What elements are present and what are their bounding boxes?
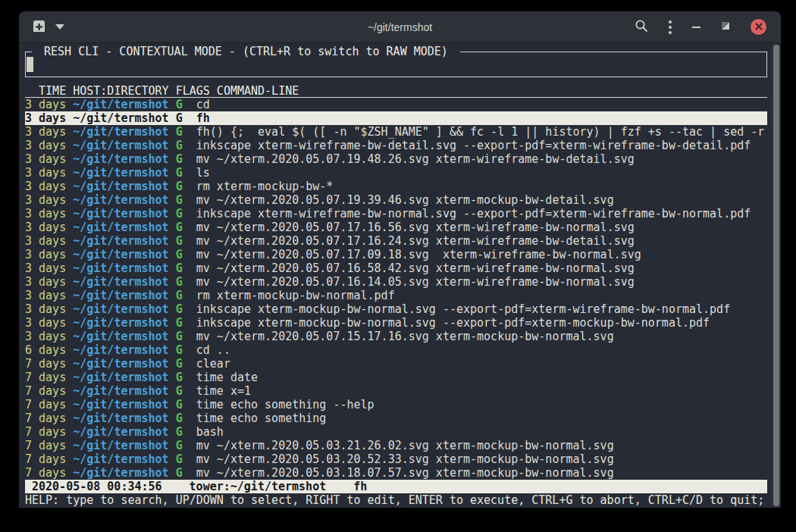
kebab-menu-icon [669, 20, 672, 34]
row-directory: ~/git/termshot [73, 261, 168, 275]
row-flags: G [176, 234, 183, 248]
history-row: 6 days ~/git/termshot G cd .. [25, 343, 767, 357]
row-time: 7 days [25, 398, 66, 412]
row-directory: ~/git/termshot [73, 357, 168, 371]
status-datetime: 2020-05-08 00:34:56 [32, 480, 162, 493]
row-directory: ~/git/termshot [73, 439, 168, 452]
row-directory: ~/git/termshot [73, 139, 168, 152]
row-command: time echo something --help [196, 398, 374, 412]
history-row: 3 days ~/git/termshot G mv ~/xterm.2020.… [25, 234, 767, 248]
row-flags: G [176, 98, 183, 111]
history-row: 7 days ~/git/termshot G bash [25, 425, 767, 439]
row-directory: ~/git/termshot [73, 302, 168, 316]
row-command: ls [196, 166, 210, 180]
terminal-window: ~/git/termshot [19, 11, 781, 508]
new-tab-dropdown-button[interactable] [55, 24, 64, 30]
search-panel-title: RESH CLI - CONTEXTUAL MODE - (CTRL+R to … [32, 45, 460, 58]
row-directory: ~/git/termshot [73, 152, 168, 166]
row-command: mv ~/xterm.2020.05.07.17.09.18.svg xterm… [196, 248, 641, 261]
history-row: 7 days ~/git/termshot G time x=1 [25, 384, 767, 398]
history-row: 3 days ~/git/termshot G inkscape xterm-m… [25, 302, 767, 316]
row-command: time x=1 [196, 384, 251, 398]
history-row: 3 days ~/git/termshot G mv ~/xterm.2020.… [25, 221, 767, 234]
scrollbar[interactable] [771, 43, 781, 508]
row-time: 3 days [25, 180, 66, 193]
row-flags: G [176, 125, 183, 139]
row-directory: ~/git/termshot [73, 166, 168, 180]
row-time: 3 days [25, 125, 66, 139]
terminal-screen[interactable]: RESH CLI - CONTEXTUAL MODE - (CTRL+R to … [19, 43, 781, 508]
row-directory: ~/git/termshot [73, 412, 168, 425]
row-flags: G [176, 398, 183, 412]
history-row: 7 days ~/git/termshot G time echo someth… [25, 398, 767, 412]
row-command: inkscape xterm-wireframe-bw-detail.svg -… [196, 139, 751, 152]
row-directory: ~/git/termshot [73, 275, 168, 289]
minimize-button[interactable] [692, 27, 700, 28]
row-command: mv ~/xterm.2020.05.07.17.16.24.svg xterm… [196, 234, 635, 248]
row-flags: G [176, 452, 183, 466]
history-row: 3 days ~/git/termshot G fh() {; eval $( … [25, 125, 767, 139]
titlebar[interactable]: ~/git/termshot [19, 11, 781, 43]
row-flags: G [176, 180, 183, 193]
row-time: 3 days [25, 221, 66, 234]
new-tab-button[interactable] [32, 20, 46, 35]
row-time: 3 days [25, 207, 66, 221]
history-row: 3 days ~/git/termshot G inkscape xterm-w… [25, 139, 767, 152]
close-button[interactable] [751, 19, 766, 35]
row-command: inkscape xterm-mockup-bw-normal.svg --ex… [196, 302, 730, 316]
row-time: 3 days [25, 302, 66, 316]
row-time: 3 days [25, 261, 66, 275]
row-directory: ~/git/termshot [73, 466, 168, 480]
row-directory: ~/git/termshot [73, 316, 168, 330]
row-directory: ~/git/termshot [73, 193, 168, 207]
row-command: mv ~/xterm.2020.05.03.20.52.33.svg xterm… [196, 452, 614, 466]
row-flags: G [176, 357, 183, 371]
row-time: 7 days [25, 412, 66, 425]
row-time: 3 days [25, 111, 66, 125]
row-flags: G [176, 111, 183, 125]
restore-button[interactable] [721, 21, 730, 33]
search-button[interactable] [635, 19, 648, 35]
row-time: 7 days [25, 384, 66, 398]
scrollbar-thumb[interactable] [773, 45, 779, 506]
row-directory: ~/git/termshot [73, 371, 168, 384]
row-directory: ~/git/termshot [73, 384, 168, 398]
history-row: 7 days ~/git/termshot G mv ~/xterm.2020.… [25, 439, 767, 452]
menu-button[interactable] [669, 20, 672, 34]
row-command: rm xterm-mockup-bw-normal.pdf [196, 289, 395, 302]
row-time: 3 days [25, 289, 66, 302]
row-time: 3 days [25, 316, 66, 330]
restore-window-icon [721, 21, 730, 33]
history-row: 3 days ~/git/termshot G mv ~/xterm.2020.… [25, 261, 767, 275]
row-command: cd [196, 98, 210, 111]
status-bar: 2020-05-08 00:34:56tower:~/git/termshotf… [25, 480, 767, 493]
row-command: fh() {; eval $( ([ -n "$ZSH_NAME" ] && f… [196, 125, 765, 139]
row-command: mv ~/xterm.2020.05.03.18.07.57.svg xterm… [196, 466, 614, 480]
row-flags: G [176, 166, 183, 180]
row-directory: ~/git/termshot [73, 452, 168, 466]
row-time: 6 days [25, 343, 66, 357]
row-time: 3 days [25, 248, 66, 261]
row-flags: G [176, 221, 183, 234]
row-flags: G [176, 207, 183, 221]
row-flags: G [176, 275, 183, 289]
row-directory: ~/git/termshot [73, 248, 168, 261]
row-command: cd .. [196, 343, 230, 357]
history-row: 3 days ~/git/termshot G mv ~/xterm.2020.… [25, 152, 767, 166]
history-table-header: TIME HOST:DIRECTORY FLAGS COMMAND-LINE [25, 84, 767, 98]
row-time: 3 days [25, 166, 66, 180]
row-time: 7 days [25, 466, 66, 480]
row-command: time echo something [196, 412, 327, 425]
history-row: 3 days ~/git/termshot G mv ~/xterm.2020.… [25, 330, 767, 343]
status-command: fh [353, 480, 367, 493]
close-x-icon [755, 21, 763, 33]
row-command: clear [196, 357, 230, 371]
row-time: 7 days [25, 439, 66, 452]
row-flags: G [176, 384, 183, 398]
row-command: fh [196, 111, 210, 125]
row-directory: ~/git/termshot [73, 221, 168, 234]
magnifier-icon [635, 19, 648, 35]
search-panel: RESH CLI - CONTEXTUAL MODE - (CTRL+R to … [25, 52, 767, 77]
row-command: mv ~/xterm.2020.05.07.16.58.42.svg xterm… [196, 261, 635, 275]
text-cursor [27, 57, 33, 72]
